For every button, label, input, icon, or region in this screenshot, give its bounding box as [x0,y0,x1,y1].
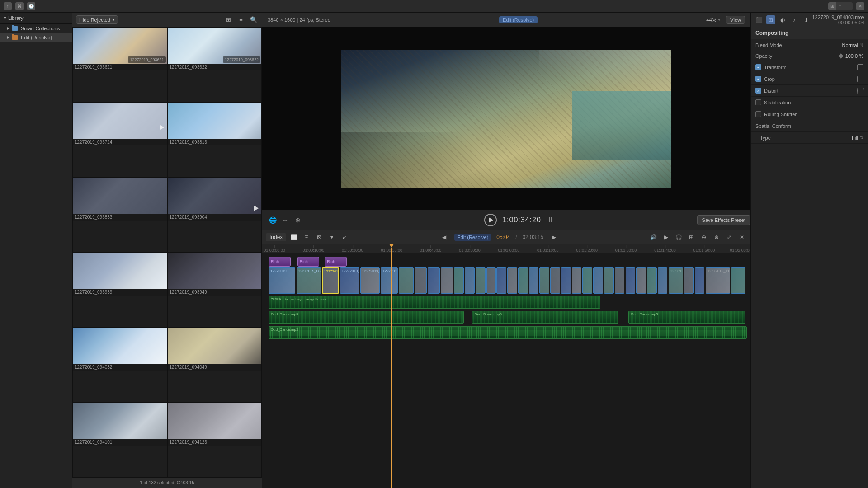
spatial-type-value[interactable]: Fill ⇅ [852,135,863,141]
video-clip[interactable] [593,267,603,294]
video-clip[interactable] [529,267,539,294]
list-item[interactable]: 12272019_093904 [167,177,262,252]
video-clip[interactable]: 12272019... [269,267,295,294]
grid-icon[interactable]: ⊞ [224,15,233,24]
list-item[interactable]: 12272019_093939 [72,252,167,327]
video-clip[interactable]: 12272019_08... [360,267,380,294]
video-clip[interactable] [399,267,413,294]
audio-clip[interactable]: 78389__inchadney__seagulls.wav [269,296,600,309]
crop-expand-icon[interactable] [857,76,863,82]
clip-rich-2[interactable]: Rich [297,257,320,267]
video-clip[interactable] [550,267,560,294]
transform-icon[interactable]: ⊞ [766,15,775,24]
stabilize-icon[interactable]: ⊕ [293,215,303,225]
video-clip[interactable]: 12272019_08... [340,267,359,294]
list-icon[interactable]: ≡ [236,15,245,24]
video-clip[interactable] [582,267,592,294]
view-button[interactable]: View [726,16,745,24]
list-item[interactable]: 12272019_093724 [72,102,167,177]
video-clip[interactable] [486,267,496,294]
video-clip[interactable] [647,267,657,294]
globe-icon[interactable]: 🌐 [268,215,278,225]
link-icon[interactable]: ⌘ [15,2,24,10]
back-icon[interactable]: ↑ [4,2,12,10]
video-clip[interactable] [428,267,440,294]
list-item[interactable]: 12272019_093621 12272019_093621 [72,27,167,102]
opacity-keyframe-diamond[interactable] [838,53,843,58]
list-view-icon[interactable]: ≡ [836,2,844,10]
video-clip[interactable] [684,267,694,294]
library-header[interactable]: Library [0,13,72,24]
info-icon[interactable]: ℹ [802,15,811,24]
video-clip-selected[interactable]: 12272019_0... [322,267,339,294]
clock-icon[interactable]: 🕐 [27,2,35,10]
video-clip[interactable] [626,267,636,294]
audio-clip[interactable]: Oud_Dance.mp3 [269,311,464,324]
video-clip[interactable] [476,267,486,294]
transform-expand-icon[interactable] [857,64,863,70]
video-clip[interactable]: 12272019... [381,267,398,294]
filmstrip-view-icon[interactable]: ⋮ [844,2,853,10]
grid-view-icon[interactable]: ⊞ [828,2,836,10]
crop-checkbox[interactable] [755,76,761,82]
video-clip[interactable] [658,267,668,294]
hide-rejected-button[interactable]: Hide Rejected ▾ [76,15,118,24]
tl-minus-icon[interactable]: ⊖ [699,232,709,242]
distort-expand-icon[interactable] [857,88,863,94]
list-item[interactable]: 12272019_093813 [167,102,262,177]
tl-more-icon[interactable]: ▾ [327,232,337,242]
video-clip[interactable]: 12272019_084737.mov [297,267,321,294]
transform-icon[interactable]: ↔ [280,215,290,225]
tl-plus-icon[interactable]: ⊕ [712,232,722,242]
video-clip[interactable] [615,267,625,294]
video-clip[interactable] [441,267,453,294]
video-clip[interactable] [731,267,745,294]
clip-rich-3[interactable]: Rich [325,257,347,267]
video-clip[interactable] [496,267,506,294]
video-clip[interactable] [539,267,549,294]
list-item[interactable]: 12272019_094101 [72,402,167,477]
video-clip[interactable] [465,267,475,294]
video-icon[interactable]: ⬛ [755,15,764,24]
audio-clip-long[interactable]: Oud_Dance.mp3 [269,326,747,339]
save-effects-preset-button[interactable]: Save Effects Preset [697,215,750,225]
clip-rich-1[interactable]: Rich [269,257,291,267]
audio-clip[interactable]: Oud_Dance.mp3 [472,311,618,324]
tl-headphones-icon[interactable]: 🎧 [674,232,684,242]
transform-checkbox[interactable] [755,64,761,70]
opacity-value[interactable]: 100.0 % [845,53,863,59]
distort-checkbox[interactable] [755,88,761,94]
tl-prev-icon[interactable]: ◀ [439,232,449,242]
audio-icon[interactable]: ♪ [790,15,799,24]
play-button[interactable] [484,214,497,226]
video-clip[interactable] [636,267,646,294]
video-clip[interactable] [415,267,427,294]
sidebar-item-smart-collections[interactable]: Smart Collections [0,24,72,33]
tl-play2-icon[interactable]: ▶ [661,232,671,242]
zoom-dropdown[interactable]: ▾ [718,17,721,23]
list-item[interactable]: 12272019_094049 [167,327,262,402]
sidebar-item-edit-resolve[interactable]: Edit (Resolve) [0,33,72,42]
index-label[interactable]: Index [266,233,286,241]
video-clip[interactable] [454,267,464,294]
video-clip[interactable] [507,267,517,294]
tl-expand-icon[interactable]: ⤢ [724,232,734,242]
blend-mode-value[interactable]: Normal ⇅ [842,42,863,48]
video-clip[interactable] [572,267,582,294]
tl-next-icon[interactable]: ▶ [549,232,559,242]
video-clip[interactable] [604,267,614,294]
tl-blade-icon[interactable]: ⊟ [302,232,311,242]
close-icon[interactable]: ✕ [856,2,864,10]
video-clip[interactable] [695,267,705,294]
video-clip[interactable]: 12272019_110158.mov [706,267,730,294]
search-icon[interactable]: 🔍 [249,15,258,24]
tl-clip-icon[interactable]: ⬜ [289,232,299,242]
video-clip[interactable] [518,267,528,294]
list-item[interactable]: 12272019_094032 [72,327,167,402]
tl-crossfade-icon[interactable]: ⊞ [686,232,696,242]
list-item[interactable]: 12272019_093949 [167,252,262,327]
list-item[interactable]: 12272019_093833 [72,177,167,252]
audio-clip[interactable]: Oud_Dance.mp3 [628,311,745,324]
color-icon[interactable]: ◐ [778,15,787,24]
tl-audio-icon[interactable]: 🔊 [648,232,658,242]
